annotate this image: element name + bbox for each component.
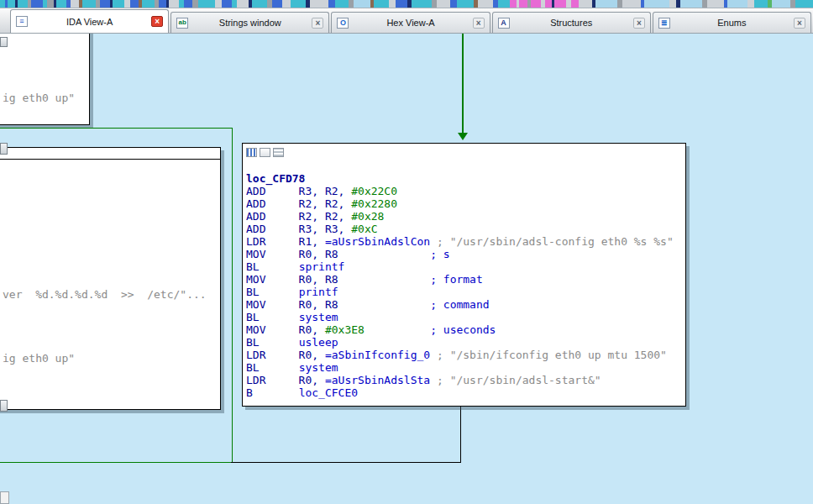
code-line: ADD R3, R3, #0xC bbox=[246, 223, 682, 235]
code-line: MOV R0, R8 ; s bbox=[246, 248, 682, 260]
tab-label: IDA View-A bbox=[31, 17, 148, 27]
navband-stripe bbox=[450, 0, 457, 8]
navband-stripe bbox=[215, 0, 222, 8]
navband-stripe bbox=[100, 0, 110, 8]
navband-stripe bbox=[222, 0, 232, 8]
graph-node-clipped-top[interactable]: ig eth0 up" bbox=[0, 34, 90, 125]
graph-node-clipped-left[interactable]: ver %d.%d.%d.%d >> /etc/"... ig eth0 up" bbox=[0, 147, 221, 410]
code-line: MOV R0, #0x3E8 ; useconds bbox=[246, 323, 682, 336]
tab-close-button[interactable]: × bbox=[312, 18, 323, 29]
navband-stripe bbox=[354, 0, 370, 8]
edge-arrowhead-icon bbox=[458, 133, 468, 140]
navband-stripe bbox=[754, 0, 768, 8]
navband-stripe bbox=[328, 0, 335, 8]
code-line: ADD R3, R2, #0x22C0 bbox=[246, 185, 682, 197]
disassembly-listing: loc_CFD78ADD R3, R2, #0x22C0ADD R2, R2, … bbox=[243, 159, 685, 404]
navband-stripe bbox=[510, 0, 517, 8]
tab-bar: ≡IDA View-A×abStrings window×OHex View-A… bbox=[0, 8, 813, 34]
node-frame-icon[interactable] bbox=[260, 148, 270, 157]
navband-stripe bbox=[272, 0, 282, 8]
navband-stripe bbox=[622, 0, 641, 8]
navband-stripe bbox=[498, 0, 510, 8]
navband-stripe bbox=[18, 0, 28, 8]
tab-label: Hex View-A bbox=[352, 18, 469, 28]
code-line: LDR R1, =aUsrSbinAdslCon ; "/usr/sbin/ad… bbox=[246, 235, 682, 248]
code-line: loc_CFD78 bbox=[246, 172, 682, 185]
tab-strings-window[interactable]: abStrings window× bbox=[170, 12, 329, 33]
tab-label: Strings window bbox=[191, 18, 308, 28]
code-line: BL system bbox=[246, 361, 682, 374]
hex-icon: O bbox=[337, 18, 349, 29]
enums-icon: ≣ bbox=[658, 18, 670, 29]
navband-stripe bbox=[478, 0, 493, 8]
code-line: ADD R2, R2, #0x2280 bbox=[246, 197, 682, 210]
navband-stripe bbox=[184, 0, 192, 8]
navband-stripe bbox=[142, 0, 155, 8]
graph-node-loc-cfd78[interactable]: loc_CFD78ADD R3, R2, #0x22C0ADD R2, R2, … bbox=[242, 143, 686, 407]
scroll-marker-icon[interactable] bbox=[0, 400, 8, 412]
code-line: ADD R2, R2, #0x28 bbox=[246, 210, 682, 223]
code-line: MOV R0, R8 ; format bbox=[246, 273, 682, 286]
navband-stripe bbox=[310, 0, 328, 8]
navband-stripe bbox=[545, 0, 552, 8]
navband-stripe bbox=[113, 0, 124, 8]
node-color-icon[interactable] bbox=[246, 148, 257, 157]
code-string-comment: ver %d.%d.%d.%d >> /etc/"... bbox=[3, 288, 207, 301]
navband-stripe bbox=[130, 0, 139, 8]
graph-canvas[interactable]: ig eth0 up" ver %d.%d.%d.%d >> /etc/"...… bbox=[0, 34, 813, 504]
navband-stripe bbox=[772, 0, 790, 8]
navband-stripe bbox=[554, 0, 566, 8]
navband-stripe bbox=[159, 0, 166, 8]
navband-stripe bbox=[56, 0, 66, 8]
navband-stripe bbox=[579, 0, 592, 8]
edge-outgoing-vertical bbox=[460, 405, 461, 462]
node-group-icon[interactable] bbox=[273, 148, 284, 157]
tab-close-button[interactable]: × bbox=[151, 16, 163, 27]
navband-stripe bbox=[747, 0, 754, 8]
scrollbar-corner bbox=[0, 491, 9, 504]
navband-stripe bbox=[31, 0, 43, 8]
tab-hex-view-a[interactable]: OHex View-A× bbox=[331, 12, 490, 33]
code-line: B loc_CFCE0 bbox=[246, 386, 682, 399]
tab-enums[interactable]: ≣Enums× bbox=[653, 12, 811, 33]
code-string-comment: ig eth0 up" bbox=[3, 352, 75, 365]
navband-stripe bbox=[71, 0, 79, 8]
navband-stripe bbox=[669, 0, 676, 8]
navband-stripe bbox=[595, 0, 617, 8]
tab-label: Enums bbox=[674, 18, 790, 28]
navband-stripe bbox=[437, 0, 450, 8]
navband-stripe bbox=[291, 0, 306, 8]
navband-stripe bbox=[727, 0, 747, 8]
navband-stripe bbox=[82, 0, 96, 8]
code-line: MOV R0, R8 ; command bbox=[246, 298, 682, 311]
tab-close-button[interactable]: × bbox=[473, 18, 485, 29]
navband-stripe bbox=[8, 0, 15, 8]
code-line: LDR R0, =aSbinIfconfig_0 ; "/sbin/ifconf… bbox=[246, 349, 682, 361]
tab-structures[interactable]: AStructures× bbox=[492, 12, 651, 33]
navband-stripe bbox=[795, 0, 813, 8]
node-title-bar bbox=[243, 144, 685, 159]
navband-stripe bbox=[237, 0, 249, 8]
navigator-band[interactable] bbox=[0, 0, 813, 8]
navband-stripe bbox=[335, 0, 349, 8]
ida-window: ≡IDA View-A×abStrings window×OHex View-A… bbox=[0, 0, 813, 504]
tab-ida-view-a[interactable]: ≡IDA View-A× bbox=[10, 9, 169, 33]
navband-stripe bbox=[680, 0, 702, 8]
navband-stripe bbox=[169, 0, 179, 8]
node-title-bar bbox=[0, 148, 220, 160]
tab-label: Structures bbox=[513, 18, 630, 28]
code-line: BL usleep bbox=[246, 336, 682, 349]
navband-stripe bbox=[571, 0, 579, 8]
navband-stripe bbox=[47, 0, 54, 8]
navband-stripe bbox=[707, 0, 724, 8]
strings-icon: ab bbox=[176, 18, 188, 29]
tab-close-button[interactable]: × bbox=[794, 18, 805, 29]
navband-stripe bbox=[644, 0, 669, 8]
scroll-marker-icon[interactable] bbox=[0, 37, 8, 47]
tab-close-button[interactable]: × bbox=[633, 18, 645, 29]
edge-incoming-line bbox=[462, 34, 464, 134]
navband-stripe bbox=[396, 0, 407, 8]
scroll-marker-icon[interactable] bbox=[0, 143, 8, 155]
navband-stripe bbox=[124, 0, 130, 8]
navband-stripe bbox=[389, 0, 396, 8]
